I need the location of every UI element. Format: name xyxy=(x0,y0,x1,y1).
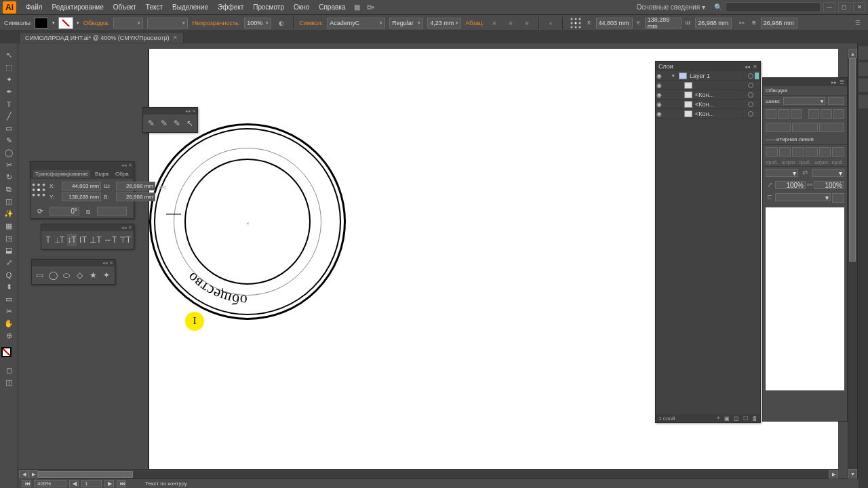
v-scroll-thumb[interactable] xyxy=(849,58,856,262)
transform-panel[interactable]: ◂◂✕ Трансформирование Выра Обра X:44,803… xyxy=(30,161,134,219)
stroke-color[interactable] xyxy=(1,347,12,357)
collapsed-panel-3[interactable] xyxy=(859,79,868,92)
dash-2[interactable] xyxy=(779,147,791,157)
stroke-swatch[interactable] xyxy=(59,18,73,28)
visibility-icon[interactable]: ◉ xyxy=(656,73,663,79)
path-text[interactable]: общество xyxy=(184,269,248,309)
brush-dropdown[interactable]: ▾ xyxy=(147,18,188,28)
btn-form[interactable] xyxy=(792,123,817,132)
target-icon[interactable] xyxy=(748,83,753,88)
pencil-icon[interactable]: ✎ xyxy=(146,117,156,129)
panel-header[interactable]: ◂◂✕ xyxy=(143,108,197,115)
layer-thumb[interactable] xyxy=(684,92,692,98)
type-tool[interactable]: T xyxy=(1,99,16,109)
workspace-switcher[interactable]: Основные сведения ▾ xyxy=(631,2,711,12)
h-scroll-thumb[interactable] xyxy=(38,471,133,478)
rounded-rect-icon[interactable]: ⬭ xyxy=(61,269,72,281)
last-artboard-button[interactable]: ⏭ xyxy=(117,480,126,487)
w-field[interactable]: 26,988 mm xyxy=(116,182,155,190)
angle-field[interactable]: 0° xyxy=(50,207,79,216)
collapse-icon[interactable]: ◂◂ xyxy=(185,108,191,114)
font-family-dropdown[interactable]: AcademyC▾ xyxy=(327,18,385,28)
gradient-tool[interactable]: ◳ xyxy=(1,233,16,243)
dash-6[interactable] xyxy=(832,147,844,157)
stroke-weight-field[interactable]: ▾ xyxy=(113,18,143,28)
first-artboard-button[interactable]: ⏮ xyxy=(22,480,31,487)
symbol-sprayer-tool[interactable]: Q xyxy=(1,270,16,280)
target-icon[interactable] xyxy=(748,92,753,98)
align-center-icon[interactable]: ≡ xyxy=(505,18,517,28)
close-icon[interactable]: ✕ xyxy=(753,64,757,70)
collapsed-panel-2[interactable] xyxy=(859,62,868,76)
delete-layer-icon[interactable]: 🗑 xyxy=(752,415,757,422)
panel-menu-icon[interactable]: ☰ xyxy=(840,79,844,85)
cap-round-icon[interactable] xyxy=(778,109,789,119)
layer-row[interactable]: ◉ ▾ Layer 1 xyxy=(656,71,760,81)
scissors-tool[interactable]: ✂ xyxy=(1,160,16,170)
ellipse-icon[interactable]: ◯ xyxy=(48,269,59,281)
dash-1[interactable] xyxy=(766,147,778,157)
font-size-field[interactable]: 4,23 mm▾ xyxy=(427,18,461,28)
artboard-nav-field[interactable]: 1 xyxy=(81,480,102,487)
x-field[interactable]: 44,803 mm xyxy=(596,18,633,28)
link-icon[interactable]: ⚯ xyxy=(159,182,166,194)
tab-align[interactable]: Выра xyxy=(93,170,111,178)
menu-edit[interactable]: Редактирование xyxy=(48,1,108,13)
tab-transform[interactable]: Трансформирование xyxy=(33,170,90,178)
dash-4[interactable] xyxy=(806,147,818,157)
arrow-scale-2[interactable]: 100% xyxy=(814,181,844,189)
type-tools-panel[interactable]: ◂◂✕ T ⟂T ↕T ⅠT ⊥T ↔T ⊤T xyxy=(41,224,134,249)
line-tool[interactable]: ╱ xyxy=(1,111,16,121)
collapse-icon[interactable]: ◂◂ xyxy=(121,163,127,168)
w-field[interactable]: 26,988 mm xyxy=(695,18,732,28)
mesh-tool[interactable]: ▦ xyxy=(1,221,16,231)
disclosure-icon[interactable]: ▾ xyxy=(672,73,677,79)
layer-row[interactable]: ◉ <Кон... xyxy=(656,90,760,100)
cap-projecting-icon[interactable] xyxy=(791,109,802,119)
join-bevel-icon[interactable] xyxy=(833,109,844,119)
hand-tool[interactable]: ✋ xyxy=(1,319,16,329)
new-sublayer-icon[interactable]: ◫ xyxy=(734,415,739,422)
tab-pathfinder[interactable]: Обра xyxy=(113,170,131,178)
arrow-icon[interactable]: ↖ xyxy=(184,117,195,129)
pencil-panel[interactable]: ◂◂✕ ✎ ✎ ✎ ↖ xyxy=(142,107,198,133)
y-field[interactable]: 138,289 mm xyxy=(62,192,101,201)
arrow-scale-1[interactable]: 100% xyxy=(775,181,806,189)
rectangle-tool[interactable]: ▭ xyxy=(1,123,16,134)
cap-butt-icon[interactable] xyxy=(766,109,776,119)
h-field[interactable]: 26,988 mm xyxy=(116,192,155,201)
arrange-icon[interactable]: ⧉▾ xyxy=(364,2,376,13)
vertical-area-type-icon[interactable]: ⊥T xyxy=(90,234,101,246)
stroke-weight-field[interactable]: ▾ xyxy=(783,97,825,105)
path-eraser-icon[interactable]: ✎ xyxy=(172,117,182,129)
scroll-left-button[interactable]: ◀ xyxy=(19,470,28,479)
join-miter-icon[interactable] xyxy=(808,109,819,119)
target-icon[interactable] xyxy=(748,73,753,79)
collapsed-panel-4[interactable] xyxy=(859,95,868,108)
zoom-tool[interactable]: ⊕ xyxy=(1,331,16,341)
profile-dd[interactable]: ▾ xyxy=(775,193,831,201)
next-artboard-button[interactable]: ▶ xyxy=(104,480,114,487)
h-field[interactable]: 26,988 mm xyxy=(761,18,797,28)
artboard-tool[interactable]: ▭ xyxy=(1,294,16,304)
visibility-icon[interactable]: ◉ xyxy=(656,101,663,108)
h-scroll-track[interactable] xyxy=(38,470,829,479)
stroke-profile[interactable] xyxy=(828,97,844,105)
collapse-icon[interactable]: ◂◂ xyxy=(745,64,750,70)
layer-name[interactable]: <Кон... xyxy=(694,110,747,117)
doc-tab[interactable]: СИМОЛЛРОАД ИНТ.ai* @ 400% (CMYK/Просмотр… xyxy=(19,32,184,43)
path-type-icon[interactable]: ↕T xyxy=(67,234,76,246)
prev-artboard-button[interactable]: ◀ xyxy=(69,480,79,487)
close-icon[interactable]: ✕ xyxy=(173,35,178,41)
layers-panel-header[interactable]: Слои ◂◂ ✕ xyxy=(656,62,760,71)
layers-tab[interactable]: Слои xyxy=(658,63,673,70)
layer-row[interactable]: ◉ <Кон... xyxy=(656,100,760,109)
dash-3[interactable] xyxy=(792,147,804,157)
panel-header[interactable]: ◂◂✕ xyxy=(41,224,134,231)
scroll-down-button[interactable]: ▼ xyxy=(848,469,857,479)
align-right-icon[interactable]: ≡ xyxy=(521,18,533,28)
minimize-button[interactable]: — xyxy=(823,2,835,12)
zoom-field[interactable]: 400% xyxy=(34,480,66,487)
link-icon[interactable]: ⚯ xyxy=(807,181,812,189)
appearance-panel[interactable]: ▸▸☰ Обводка шина: ▾ ——итирная линия проб… xyxy=(762,77,848,422)
